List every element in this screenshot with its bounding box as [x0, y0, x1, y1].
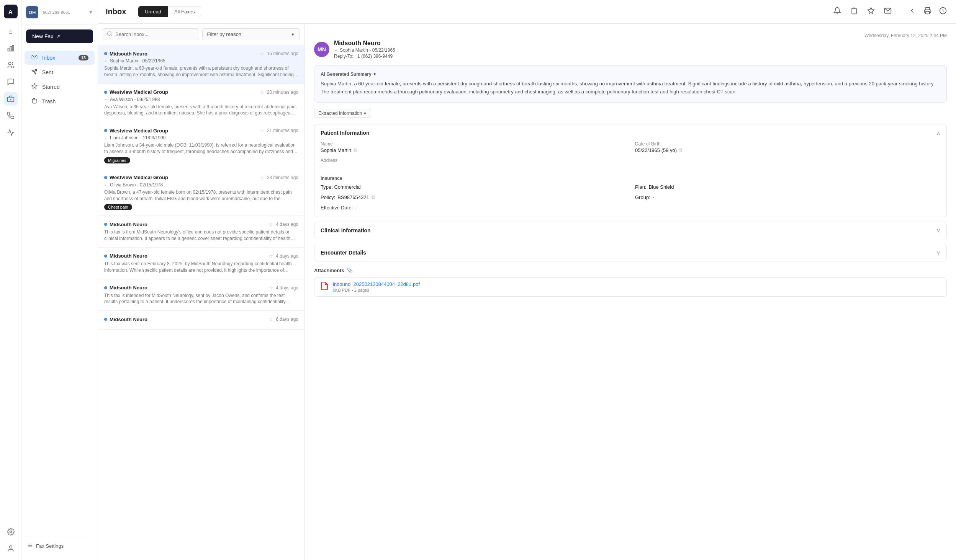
group-field: Group: - — [635, 194, 940, 200]
sidebar-item-trash[interactable]: Trash — [25, 95, 95, 108]
pdf-icon — [320, 281, 329, 292]
back-icon[interactable] — [907, 5, 918, 18]
unread-dot — [104, 286, 107, 289]
inbox-tabs: Unread All Faxes — [138, 6, 201, 17]
fax-item[interactable]: Westview Medical Group ☆ 20 minutes ago … — [98, 84, 304, 122]
fax-sender: Midsouth Neuro — [104, 285, 147, 291]
fax-time: ☆ 23 minutes ago — [260, 175, 298, 181]
attachment-item[interactable]: inbound_202502120844004_22d81.pdf 0KB PD… — [314, 277, 947, 297]
nav-fax-icon[interactable] — [4, 92, 18, 106]
group-value: Group: - — [635, 194, 940, 200]
detail-sender-info: Midsouth Neuro ↔ Sophia Martin - 05/22/1… — [334, 40, 395, 59]
star-icon[interactable]: ☆ — [268, 221, 273, 227]
app-avatar: A — [4, 5, 18, 18]
fax-item-header: Westview Medical Group ☆ 21 minutes ago — [104, 127, 298, 134]
encounter-chevron-icon: ∨ — [936, 250, 940, 256]
unread-dot — [104, 223, 107, 226]
insurance-plan-field: Plan: Blue Shield — [635, 184, 940, 190]
nav-person-icon[interactable] — [4, 542, 18, 555]
detail-sender-name: Midsouth Neuro — [334, 40, 395, 47]
fax-item[interactable]: Midsouth Neuro ☆ 15 minutes ago ↔ Sophia… — [98, 45, 304, 84]
new-fax-external-icon: ↗ — [56, 34, 60, 39]
fax-item[interactable]: Midsouth Neuro ☆ 4 days ago This fax is … — [98, 216, 304, 248]
star-icon[interactable]: ☆ — [268, 285, 273, 291]
fax-patient: ↔ Liam Johnson - 11/03/1990 — [104, 135, 298, 140]
unread-dot — [104, 318, 107, 321]
fax-preview: Sophia Martin, a 60-year-old female, pre… — [104, 65, 298, 78]
svg-rect-2 — [12, 46, 13, 51]
mark-read-icon[interactable] — [882, 5, 893, 18]
copy-policy-icon[interactable]: ⧉ — [372, 194, 375, 200]
header-actions — [907, 5, 948, 18]
sent-label: Sent — [42, 69, 88, 75]
encounter-details-header[interactable]: Encounter Details ∨ — [314, 244, 946, 261]
tab-all-faxes[interactable]: All Faxes — [168, 6, 201, 17]
fax-item-header: Westview Medical Group ☆ 20 minutes ago — [104, 89, 298, 95]
fax-preview: Liam Johnson, a 34-year-old male (DOB: 1… — [104, 142, 298, 155]
nav-chat-icon[interactable] — [4, 75, 18, 89]
history-icon[interactable] — [938, 5, 948, 18]
nav-users-icon[interactable] — [4, 58, 18, 72]
dob-value: 05/22/1965 (59 yo) ⧉ — [635, 147, 940, 153]
fax-item[interactable]: Midsouth Neuro ☆ 4 days ago This fax was… — [98, 248, 304, 279]
fax-patient: ↔ Olivia Brown - 02/15/1978 — [104, 182, 298, 188]
account-chevron-icon: ▼ — [88, 10, 93, 15]
star-icon[interactable]: ☆ — [260, 51, 265, 57]
ai-summary-text: Sophia Martin, a 60-year-old female, pre… — [321, 80, 940, 96]
fax-item-header: Midsouth Neuro ☆ 4 days ago — [104, 221, 298, 227]
notification-bell-icon[interactable] — [832, 5, 843, 18]
search-box[interactable] — [103, 28, 199, 40]
nav-home-icon[interactable]: ⌂ — [4, 24, 18, 38]
copy-name-icon[interactable]: ⧉ — [354, 147, 357, 153]
fax-time: ☆ 20 minutes ago — [260, 89, 298, 95]
search-input[interactable] — [115, 31, 195, 37]
delete-icon[interactable] — [849, 5, 859, 18]
main-content: Inbox Unread All Faxes — [98, 0, 956, 560]
address-label: Address — [321, 158, 940, 163]
account-initials: DH — [26, 6, 38, 18]
patient-info-title: Patient Information — [321, 130, 370, 136]
tab-unread[interactable]: Unread — [138, 6, 168, 17]
print-icon[interactable] — [922, 5, 933, 18]
fax-time: ☆ 21 minutes ago — [260, 127, 298, 134]
sidebar-item-sent[interactable]: Sent — [25, 65, 95, 79]
copy-dob-icon[interactable]: ⧉ — [679, 147, 683, 153]
star-icon[interactable]: ☆ — [260, 175, 265, 181]
account-selector[interactable]: DH (662) 269-9661 ▼ — [21, 6, 98, 25]
new-fax-button[interactable]: New Fax ↗ — [26, 29, 93, 43]
star-icon[interactable]: ☆ — [260, 89, 265, 95]
star-icon[interactable]: ☆ — [268, 253, 273, 259]
sidebar-item-starred[interactable]: Starred — [25, 80, 95, 94]
fax-item[interactable]: Midsouth Neuro ☆ 6 days ago — [98, 311, 304, 330]
nav-gear-icon[interactable] — [4, 525, 18, 539]
svg-marker-16 — [868, 8, 874, 14]
svg-rect-1 — [10, 46, 11, 51]
left-nav: A ⌂ — [0, 0, 21, 560]
fax-item[interactable]: Westview Medical Group ☆ 21 minutes ago … — [98, 122, 304, 169]
patient-info-grid: Name Sophia Martin ⧉ Date of Birth 05/22… — [321, 141, 940, 170]
nav-wave-icon[interactable] — [4, 126, 18, 139]
effective-date-field: Effective Date: - — [321, 205, 940, 211]
fax-settings-button[interactable]: Fax Settings — [21, 538, 98, 554]
fax-patient: ↔ Ava Wilson - 09/25/1988 — [104, 97, 298, 102]
nav-chart-icon[interactable] — [4, 41, 18, 55]
clinical-info-section: Clinical Information ∨ — [314, 222, 947, 239]
fax-item[interactable]: Midsouth Neuro ☆ 4 days ago This fax is … — [98, 279, 304, 311]
patient-info-body: Name Sophia Martin ⧉ Date of Birth 05/22… — [314, 141, 946, 217]
inbox-title: Inbox — [106, 7, 126, 16]
sidebar-item-inbox[interactable]: Inbox 13 — [25, 51, 95, 65]
fax-preview: This fax was sent on February 8, 2025, b… — [104, 261, 298, 274]
star-header-icon[interactable] — [866, 5, 876, 18]
clinical-info-header[interactable]: Clinical Information ∨ — [314, 222, 946, 239]
patient-info-header[interactable]: Patient Information ∧ — [314, 124, 946, 141]
attachment-meta: 0KB PDF • 2 pages — [333, 288, 420, 292]
fax-item[interactable]: Westview Medical Group ☆ 23 minutes ago … — [98, 169, 304, 216]
star-icon[interactable]: ☆ — [268, 316, 273, 322]
ai-summary-box: AI Generated Summary ✦ Sophia Martin, a … — [314, 65, 947, 103]
nav-phone-icon[interactable] — [4, 109, 18, 122]
inbox-badge: 13 — [79, 55, 88, 60]
star-icon[interactable]: ☆ — [260, 127, 265, 134]
detail-patient-ref: ↔ Sophia Martin - 05/22/1965 — [334, 47, 395, 53]
filter-dropdown[interactable]: Filter by reason ▼ — [202, 28, 300, 40]
extracted-info-button[interactable]: Extracted Information ✦ — [314, 109, 371, 118]
